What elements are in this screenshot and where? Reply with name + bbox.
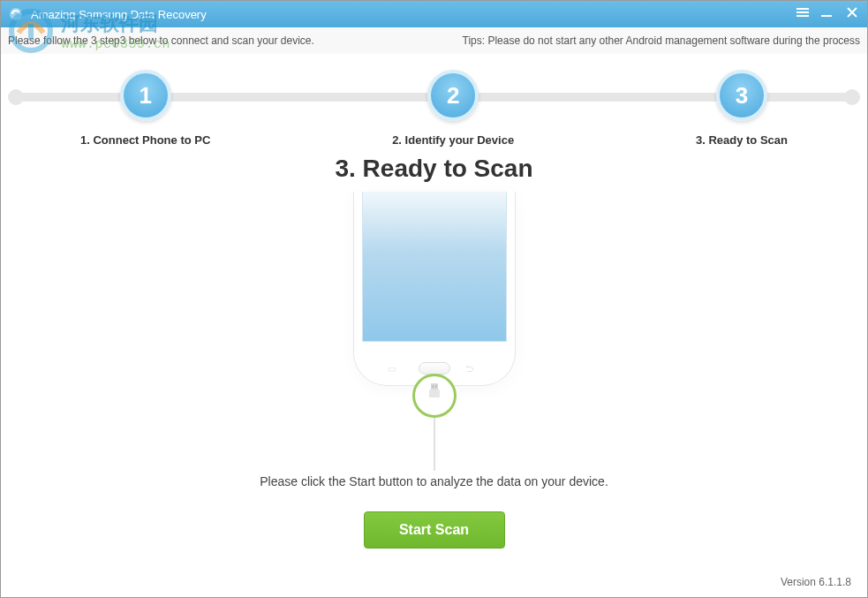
svg-rect-7 <box>431 383 438 390</box>
step-3-circle: 3 <box>716 70 767 121</box>
svg-rect-4 <box>821 15 832 17</box>
start-scan-button[interactable]: Start Scan <box>364 511 505 549</box>
usb-indicator <box>412 374 457 418</box>
step-2-circle: 2 <box>427 70 479 121</box>
svg-rect-10 <box>435 385 437 388</box>
prompt-text: Please click the Start button to analyze… <box>1 474 867 488</box>
home-button-icon <box>419 362 450 375</box>
version-label: Version 6.1.1.8 <box>781 576 851 588</box>
step-2: 2 2. Identify your Device <box>392 70 514 147</box>
step-1: 1 1. Connect Phone to PC <box>80 70 210 147</box>
minimize-icon[interactable] <box>819 4 835 20</box>
window-controls <box>795 4 860 20</box>
tips-text: Tips: Please do not start any other Andr… <box>463 34 860 47</box>
step-3: 3 3. Ready to Scan <box>696 70 788 147</box>
app-icon <box>8 6 24 22</box>
step-1-label: 1. Connect Phone to PC <box>80 133 210 147</box>
usb-cable <box>434 418 435 471</box>
svg-rect-3 <box>796 15 809 17</box>
page-heading: 3. Ready to Scan <box>1 155 867 183</box>
step-3-label: 3. Ready to Scan <box>696 133 788 147</box>
usb-icon <box>426 383 443 408</box>
step-1-circle: 1 <box>120 70 171 121</box>
step-2-label: 2. Identify your Device <box>392 133 514 147</box>
menu-icon[interactable] <box>795 4 811 20</box>
svg-rect-1 <box>796 8 809 10</box>
svg-rect-8 <box>429 390 440 397</box>
svg-rect-9 <box>432 385 434 388</box>
instruction-text: Please follow the 3 step3 below to conne… <box>8 34 314 47</box>
svg-rect-2 <box>796 11 809 13</box>
phone-illustration: ▭ ⮌ <box>346 192 523 474</box>
soft-key-left-icon: ▭ <box>388 364 404 373</box>
titlebar: Amazing Samsung Data Recovery <box>1 1 867 27</box>
subheader: Please follow the 3 step3 below to conne… <box>1 27 867 54</box>
progress-bar: 1 1. Connect Phone to PC 2 2. Identify y… <box>1 70 867 149</box>
soft-key-right-icon: ⮌ <box>465 364 481 373</box>
close-icon[interactable] <box>844 4 860 20</box>
phone-screen <box>362 192 507 342</box>
app-title: Amazing Samsung Data Recovery <box>31 8 207 21</box>
